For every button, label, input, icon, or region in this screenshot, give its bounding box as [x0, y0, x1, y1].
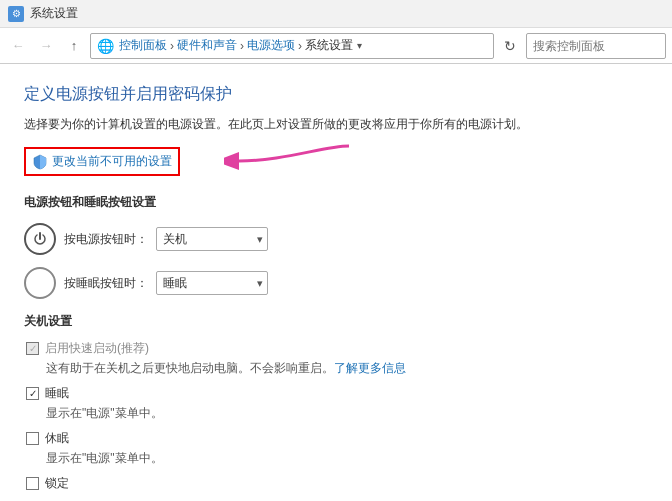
option-sleep-desc: 显示在"电源"菜单中。 [26, 404, 648, 422]
power-button-select[interactable]: 关机 睡眠 不采取任何措施 [156, 227, 268, 251]
back-button[interactable]: ← [6, 34, 30, 58]
sleep-button-select[interactable]: 睡眠 关机 不采取任何措施 [156, 271, 268, 295]
forward-button[interactable]: → [34, 34, 58, 58]
title-bar-text: 系统设置 [30, 5, 78, 22]
option-lock-header: 锁定 [26, 475, 648, 492]
option-sleep: 睡眠 显示在"电源"菜单中。 [26, 385, 648, 422]
title-bar-icon: ⚙ [8, 6, 24, 22]
option-lock-label: 锁定 [45, 475, 69, 492]
learn-more-link[interactable]: 了解更多信息 [334, 361, 406, 375]
shutdown-options: 启用快速启动(推荐) 这有助于在关机之后更快地启动电脑。不会影响重启。了解更多信… [24, 340, 648, 492]
breadcrumb-power-options[interactable]: 电源选项 [247, 37, 295, 54]
power-select-wrapper: 关机 睡眠 不采取任何措施 [156, 227, 268, 251]
change-settings-button[interactable]: 更改当前不可用的设置 [24, 147, 180, 176]
option-fast-startup: 启用快速启动(推荐) 这有助于在关机之后更快地启动电脑。不会影响重启。了解更多信… [26, 340, 648, 377]
uac-shield-icon [32, 154, 48, 170]
option-hibernate: 休眠 显示在"电源"菜单中。 [26, 430, 648, 467]
sleep-icon [24, 267, 56, 299]
globe-icon: 🌐 [97, 38, 114, 54]
search-input[interactable] [526, 33, 666, 59]
power-sleep-section-title: 电源按钮和睡眠按钮设置 [24, 194, 648, 211]
power-icon [24, 223, 56, 255]
breadcrumb-sep-3: › [298, 39, 302, 53]
option-lock: 锁定 [26, 475, 648, 492]
checkbox-fast-startup[interactable] [26, 342, 39, 355]
breadcrumb-hardware[interactable]: 硬件和声音 [177, 37, 237, 54]
refresh-button[interactable]: ↻ [498, 34, 522, 58]
change-settings-link[interactable]: 更改当前不可用的设置 [52, 153, 172, 170]
option-hibernate-label: 休眠 [45, 430, 69, 447]
breadcrumb-dropdown-arrow[interactable]: ▾ [357, 40, 362, 51]
option-fast-startup-header: 启用快速启动(推荐) [26, 340, 648, 357]
power-button-row: 按电源按钮时： 关机 睡眠 不采取任何措施 [24, 223, 648, 255]
option-hibernate-desc: 显示在"电源"菜单中。 [26, 449, 648, 467]
breadcrumb-bar: 🌐 控制面板 › 硬件和声音 › 电源选项 › 系统设置 ▾ [90, 33, 494, 59]
option-fast-startup-desc: 这有助于在关机之后更快地启动电脑。不会影响重启。了解更多信息 [26, 359, 648, 377]
option-sleep-label: 睡眠 [45, 385, 69, 402]
checkbox-hibernate[interactable] [26, 432, 39, 445]
power-button-label: 按电源按钮时： [64, 231, 148, 248]
address-bar: ← → ↑ 🌐 控制面板 › 硬件和声音 › 电源选项 › 系统设置 ▾ ↻ [0, 28, 672, 64]
option-sleep-header: 睡眠 [26, 385, 648, 402]
checkbox-sleep[interactable] [26, 387, 39, 400]
sleep-button-label: 按睡眠按钮时： [64, 275, 148, 292]
option-fast-startup-label: 启用快速启动(推荐) [45, 340, 149, 357]
page-title: 定义电源按钮并启用密码保护 [24, 84, 648, 105]
shutdown-section-title: 关机设置 [24, 313, 648, 330]
option-hibernate-header: 休眠 [26, 430, 648, 447]
breadcrumb-sep-2: › [240, 39, 244, 53]
sleep-select-wrapper: 睡眠 关机 不采取任何措施 [156, 271, 268, 295]
breadcrumb-control-panel[interactable]: 控制面板 [119, 37, 167, 54]
sleep-button-row: 按睡眠按钮时： 睡眠 关机 不采取任何措施 [24, 267, 648, 299]
page-description: 选择要为你的计算机设置的电源设置。在此页上对设置所做的更改将应用于你所有的电源计… [24, 115, 648, 133]
up-button[interactable]: ↑ [62, 34, 86, 58]
checkbox-lock[interactable] [26, 477, 39, 490]
breadcrumb-current: 系统设置 [305, 37, 353, 54]
breadcrumb-sep-1: › [170, 39, 174, 53]
title-bar: ⚙ 系统设置 [0, 0, 672, 28]
pink-arrow [224, 141, 354, 181]
main-content: 定义电源按钮并启用密码保护 选择要为你的计算机设置的电源设置。在此页上对设置所做… [0, 64, 672, 501]
